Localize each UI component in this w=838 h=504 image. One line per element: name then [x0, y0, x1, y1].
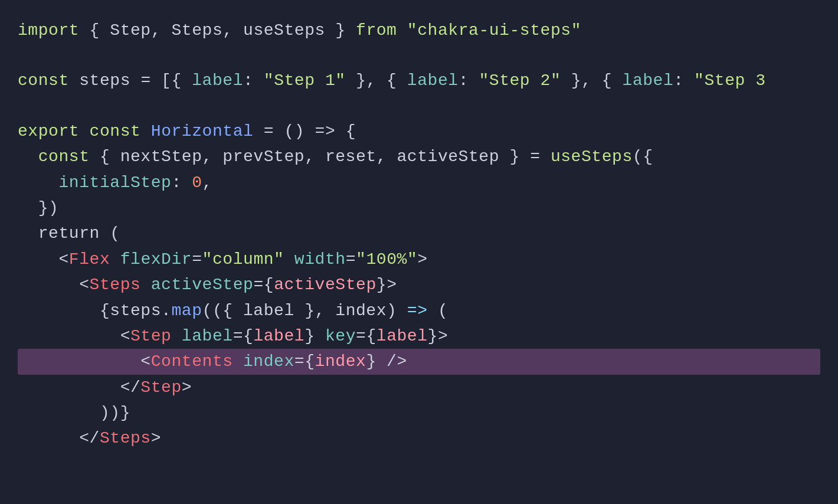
token: map — [171, 298, 202, 323]
token: ={ — [233, 323, 254, 349]
token: } — [325, 18, 356, 43]
token: = — [253, 119, 284, 144]
token: ({ — [633, 144, 653, 169]
token: } — [305, 323, 325, 349]
code-line: </Steps> — [18, 426, 820, 451]
token: : — [459, 68, 479, 93]
token: } /> — [366, 349, 407, 374]
token: < — [18, 349, 151, 374]
token: = — [140, 68, 150, 93]
code-line: import { Step, Steps, useSteps } from "c… — [18, 18, 820, 43]
token: {steps. — [18, 298, 171, 323]
token — [171, 323, 181, 349]
empty-line — [18, 43, 820, 68]
token — [233, 349, 243, 374]
token: Step — [110, 18, 150, 43]
token: Step — [130, 323, 171, 349]
token: }) — [18, 195, 58, 221]
token: [{ — [151, 68, 192, 93]
code-line: <Steps activeStep={activeStep}> — [18, 272, 820, 297]
token: Contents — [151, 349, 233, 374]
token: : — [673, 68, 694, 93]
token — [140, 272, 150, 297]
token: activeStep — [274, 272, 377, 297]
token — [79, 119, 89, 144]
token: label — [407, 68, 459, 93]
token: }> — [377, 272, 397, 297]
token — [284, 247, 294, 272]
code-line: <Step label={label} key={label}> — [18, 323, 820, 349]
token: initialStep — [58, 170, 171, 195]
token: export — [18, 119, 79, 144]
token: </ — [18, 375, 140, 400]
token: width — [294, 247, 346, 272]
token: const — [90, 119, 141, 144]
token: () — [284, 119, 305, 144]
code-line: <Contents index={index} /> — [18, 349, 820, 374]
token: 0 — [192, 170, 202, 195]
token — [397, 18, 407, 43]
token: "Step 1" — [264, 68, 346, 93]
token: { nextStep, prevStep, reset, activeStep … — [90, 144, 551, 169]
token: key — [325, 323, 356, 349]
token: index — [315, 349, 366, 374]
code-line: initialStep: 0, — [18, 170, 820, 195]
token: Steps — [90, 272, 141, 297]
token: useSteps — [551, 144, 633, 169]
code-line: ))} — [18, 400, 820, 426]
code-line: const { nextStep, prevStep, reset, activ… — [18, 144, 820, 169]
token: activeStep — [151, 272, 254, 297]
token: useSteps — [243, 18, 325, 43]
token: Steps — [171, 18, 222, 43]
token: </ — [18, 426, 100, 451]
token: flexDir — [120, 247, 192, 272]
empty-line — [18, 94, 820, 119]
token: { — [79, 18, 110, 43]
token: < — [18, 272, 90, 297]
token: , — [202, 170, 212, 195]
token: : — [171, 170, 192, 195]
token: steps — [69, 68, 141, 93]
token: : — [243, 68, 264, 93]
token: }> — [428, 323, 449, 349]
token: Steps — [100, 426, 151, 451]
token: label — [377, 323, 428, 349]
token: "Step 3 — [694, 68, 766, 93]
code-line: {steps.map(({ label }, index) => ( — [18, 298, 820, 323]
token: return ( — [18, 221, 120, 246]
token: , — [151, 18, 172, 43]
token: "Step 2" — [479, 68, 561, 93]
token: , — [222, 18, 243, 43]
code-line: <Flex flexDir="column" width="100%"> — [18, 247, 820, 272]
token: < — [18, 247, 69, 272]
token: => { — [305, 119, 356, 144]
token: ={ — [356, 323, 377, 349]
token: label — [192, 68, 243, 93]
token: import — [18, 18, 79, 43]
token: > — [182, 375, 192, 400]
token: label — [182, 323, 233, 349]
token: ={ — [253, 272, 274, 297]
code-editor: import { Step, Steps, useSteps } from "c… — [0, 0, 838, 504]
token — [18, 170, 58, 195]
token: label — [623, 68, 674, 93]
code-line: const steps = [{ label: "Step 1" }, { la… — [18, 68, 820, 93]
token: ))} — [18, 400, 130, 426]
token: "100%" — [356, 247, 417, 272]
token: const — [18, 68, 69, 93]
token: label — [253, 323, 305, 349]
token: from — [356, 18, 397, 43]
token: , index) — [315, 298, 407, 323]
token: "chakra-ui-steps" — [407, 18, 581, 43]
token: Horizontal — [151, 119, 254, 144]
token: }, { — [346, 68, 407, 93]
token: => — [407, 298, 428, 323]
token: = — [346, 247, 356, 272]
token: "column" — [202, 247, 284, 272]
token: ( — [428, 298, 449, 323]
token: Flex — [69, 247, 110, 272]
token: < — [18, 323, 130, 349]
token: (( — [202, 298, 223, 323]
token: }, { — [561, 68, 622, 93]
token: const — [18, 144, 90, 169]
